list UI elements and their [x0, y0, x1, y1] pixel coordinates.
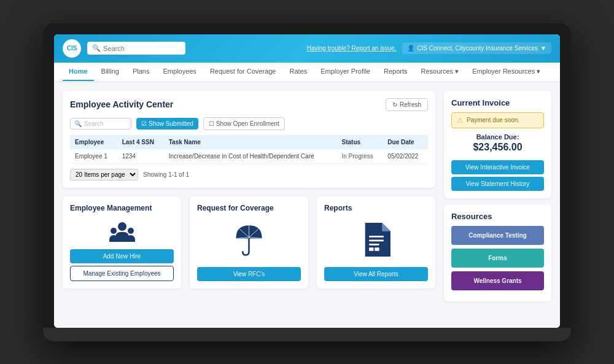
employee-management-panel: Employee Management — [63, 196, 181, 288]
nav-rates[interactable]: Rates — [284, 63, 314, 81]
manage-existing-button[interactable]: Manage Existing Employees — [70, 266, 174, 281]
resources-card: Resources Compliance Testing Forms Welln… — [444, 204, 551, 301]
nav-request-coverage[interactable]: Request for Coverage — [204, 63, 282, 81]
nav-resources[interactable]: Resources ▾ — [414, 63, 465, 82]
umbrella-icon — [232, 223, 266, 259]
svg-rect-9 — [375, 247, 379, 251]
nav-plans[interactable]: Plans — [126, 63, 156, 81]
report-icon-area — [361, 222, 392, 260]
payment-due-banner: ⚠ Payment due soon. — [451, 112, 544, 128]
svg-rect-5 — [369, 236, 384, 238]
logo: CIS — [63, 39, 81, 58]
per-page-select[interactable]: 20 Items per page — [70, 169, 138, 180]
col-status: Status — [337, 135, 383, 149]
balance-label: Balance Due: — [451, 133, 544, 141]
cell-task-name: Increase/Decrease in Cost of Health/Depe… — [164, 149, 337, 164]
col-task-name: Task Name — [164, 135, 337, 149]
checkbox-checked-icon: ☑ — [141, 120, 147, 127]
table-row: Employee 1 1234 Increase/Decrease in Cos… — [70, 149, 428, 164]
invoice-card: Current Invoice ⚠ Payment due soon. Bala… — [444, 91, 551, 198]
svg-rect-7 — [369, 243, 379, 245]
eac-table-container: Employee Last 4 SSN Task Name Status Due… — [70, 135, 428, 164]
eac-table: Employee Last 4 SSN Task Name Status Due… — [70, 135, 428, 164]
eac-card: Employee Activity Center ↻ Refresh 🔍 Sea… — [63, 91, 435, 188]
nav-employees[interactable]: Employees — [157, 63, 202, 81]
rfc-panel: Request for Coverage — [190, 196, 308, 288]
reports-title: Reports — [324, 204, 352, 212]
emp-mgmt-title: Employee Management — [70, 204, 152, 212]
eac-title: Employee Activity Center — [70, 99, 173, 109]
svg-rect-6 — [369, 239, 384, 241]
nav-employer-resources[interactable]: Employer Resources ▾ — [466, 63, 546, 82]
right-panel: Current Invoice ⚠ Payment due soon. Bala… — [444, 91, 551, 319]
nav-bar: Home Billing Plans Employees Request for… — [54, 63, 560, 82]
nav-billing[interactable]: Billing — [95, 63, 125, 81]
screen: CIS 🔍 Having trouble? Report an issue. 👤… — [54, 34, 560, 328]
dropdown-icon: ▼ — [540, 45, 546, 52]
cell-employee: Employee 1 — [70, 149, 117, 164]
eac-search[interactable]: 🔍 Search — [70, 118, 131, 130]
forms-button[interactable]: Forms — [451, 249, 544, 268]
user-icon: 👤 — [407, 45, 414, 52]
add-new-hire-button[interactable]: Add New Hire — [70, 249, 174, 263]
view-all-reports-button[interactable]: View All Reports — [324, 267, 428, 281]
bottom-panels: Employee Management — [63, 196, 435, 288]
umbrella-icon-area — [232, 222, 266, 260]
cell-due-date: 05/02/2022 — [383, 149, 428, 164]
cell-ssn: 1234 — [117, 149, 164, 164]
cell-status: In Progress — [337, 149, 383, 164]
table-footer: 20 Items per page Showing 1-1 of 1 — [70, 169, 428, 180]
laptop-base — [43, 328, 571, 341]
view-rfcs-button[interactable]: View RFC's — [197, 267, 301, 281]
showing-count: Showing 1-1 of 1 — [143, 171, 189, 178]
compliance-testing-button[interactable]: Compliance Testing — [451, 226, 544, 245]
view-interactive-invoice-button[interactable]: View Interactive Invoice — [451, 160, 544, 174]
show-open-enrollment-button[interactable]: ☐ Show Open Enrollment — [203, 117, 285, 130]
search-bar[interactable]: 🔍 — [87, 42, 185, 55]
col-ssn: Last 4 SSN — [117, 135, 164, 149]
view-statement-history-button[interactable]: View Statement History — [451, 177, 544, 191]
laptop-frame: CIS 🔍 Having trouble? Report an issue. 👤… — [43, 23, 571, 341]
search-icon-small: 🔍 — [74, 120, 82, 127]
svg-rect-8 — [369, 247, 373, 251]
balance-amount: $23,456.00 — [451, 142, 544, 153]
user-menu[interactable]: 👤 CIS Connect, Citycounty Insurance Serv… — [402, 42, 551, 54]
search-icon: 🔍 — [92, 44, 101, 52]
main-content: Employee Activity Center ↻ Refresh 🔍 Sea… — [54, 82, 560, 328]
nav-employer-profile[interactable]: Employer Profile — [314, 63, 376, 81]
wellness-grants-button[interactable]: Wellness Grants — [451, 271, 544, 290]
col-employee: Employee — [70, 135, 117, 149]
nav-home[interactable]: Home — [63, 63, 94, 81]
nav-reports[interactable]: Reports — [378, 63, 414, 81]
rfc-title: Request for Coverage — [197, 204, 274, 212]
trouble-link[interactable]: Having trouble? Report an issue. — [307, 45, 397, 52]
reports-panel: Reports — [317, 196, 435, 288]
search-input[interactable] — [103, 45, 177, 52]
people-icon-area — [109, 222, 135, 242]
warning-icon: ⚠ — [457, 116, 464, 125]
people-icon — [109, 222, 135, 242]
invoice-title: Current Invoice — [451, 98, 544, 107]
eac-controls: 🔍 Search ☑ Show Submitted ☐ Show Open En… — [70, 117, 428, 130]
checkbox-empty-icon: ☐ — [209, 120, 214, 127]
resources-title: Resources — [451, 212, 544, 221]
left-panel: Employee Activity Center ↻ Refresh 🔍 Sea… — [63, 91, 435, 319]
refresh-icon: ↻ — [392, 101, 397, 108]
top-bar: CIS 🔍 Having trouble? Report an issue. 👤… — [54, 34, 560, 63]
show-submitted-button[interactable]: ☑ Show Submitted — [136, 118, 198, 130]
col-due-date: Due Date — [383, 135, 428, 149]
refresh-button[interactable]: ↻ Refresh — [386, 98, 428, 111]
report-icon — [361, 223, 392, 259]
